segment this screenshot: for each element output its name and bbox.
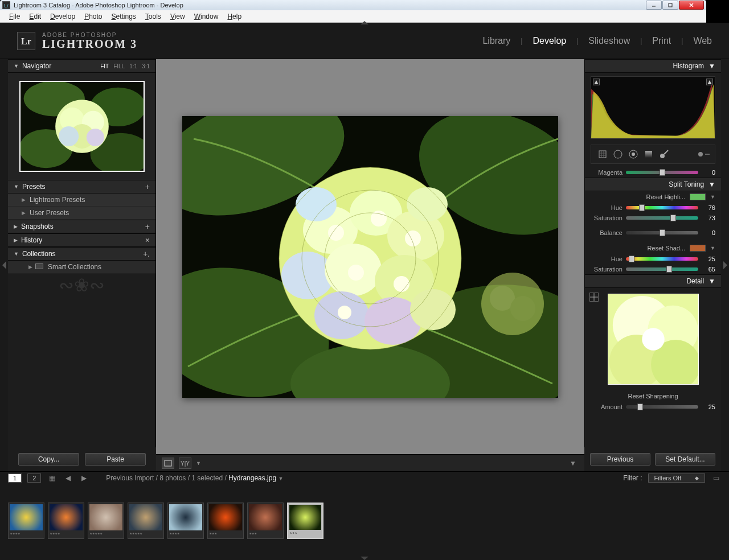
zoom-1-1[interactable]: 1:1 <box>129 63 137 69</box>
copy-button[interactable]: Copy... <box>18 453 79 466</box>
filter-dropdown[interactable]: Filters Off◆ <box>648 473 705 483</box>
magenta-slider[interactable]: Magenta 0 <box>585 167 706 178</box>
svg-text:Y|Y: Y|Y <box>181 460 190 467</box>
presets-add-icon[interactable]: + <box>145 182 150 191</box>
panel-collapse-left-icon[interactable] <box>0 59 8 471</box>
monitor-1-button[interactable]: 1 <box>8 473 22 483</box>
shadows-hue-slider[interactable]: Hue25 <box>585 254 706 264</box>
tool-disclosure-icon[interactable] <box>697 148 706 160</box>
preset-folder-lightroom[interactable]: ▶Lightroom Presets <box>8 193 155 207</box>
zoom-FILL[interactable]: FILL <box>113 63 125 69</box>
snapshots-header[interactable]: ▶Snapshots + <box>8 220 155 233</box>
identity-line2: LIGHTROOM 3 <box>42 38 137 50</box>
histogram[interactable]: ▲ ▲ <box>591 76 706 139</box>
highlights-hue-slider[interactable]: Hue76 <box>585 203 706 213</box>
highlights-sat-slider[interactable]: Saturation73 <box>585 213 706 223</box>
detail-thumbnail[interactable] <box>608 294 699 385</box>
filmstrip-thumb-7[interactable]: *** <box>287 503 323 539</box>
panel-collapse-top-icon[interactable] <box>361 21 368 24</box>
panel-collapse-bottom-icon[interactable] <box>0 557 706 560</box>
detail-target-icon[interactable] <box>589 293 599 302</box>
window-title: Lightroom 3 Catalog - Adobe Photoshop Li… <box>14 2 183 9</box>
menu-edit[interactable]: Edit <box>24 11 46 22</box>
detail-header[interactable]: Detail▼ <box>585 274 706 288</box>
identity-plate: Lr ADOBE PHOTOSHOP LIGHTROOM 3 <box>17 32 137 50</box>
nav-back-icon[interactable]: ◀ <box>63 473 73 483</box>
paste-button[interactable]: Paste <box>85 453 146 466</box>
thumb-rating: **** <box>168 532 203 538</box>
module-slideshow[interactable]: Slideshow <box>588 36 630 46</box>
collection-smart[interactable]: ▶Smart Collections <box>8 261 155 274</box>
shadows-sub-header[interactable]: Reset Shad... ▼ <box>585 242 706 254</box>
redeye-tool-icon[interactable] <box>627 148 640 160</box>
loupe-view-button[interactable] <box>162 458 174 469</box>
history-clear-icon[interactable]: × <box>145 236 150 245</box>
menu-window[interactable]: Window <box>190 11 223 22</box>
balance-slider[interactable]: Balance0 <box>585 228 706 238</box>
split-toning-header[interactable]: Split Toning▼ <box>585 178 706 191</box>
navigator-thumbnail[interactable] <box>19 81 145 172</box>
filmstrip-thumb-4[interactable]: **** <box>167 503 204 539</box>
window-maximize-button[interactable] <box>662 1 678 10</box>
menu-photo[interactable]: Photo <box>80 11 107 22</box>
set-default-button[interactable]: Set Default... <box>655 453 706 466</box>
crop-tool-icon[interactable] <box>596 148 609 160</box>
window-close-button[interactable] <box>679 1 704 10</box>
histogram-header[interactable]: Histogram▼ <box>585 59 706 73</box>
window-minimize-button[interactable] <box>646 1 662 10</box>
presets-header[interactable]: ▼Presets + <box>8 180 155 193</box>
zoom-3-1[interactable]: 3:1 <box>142 63 150 69</box>
menu-file[interactable]: File <box>5 11 24 22</box>
navigator-header[interactable]: ▼Navigator FITFILL1:13:1 <box>8 59 155 73</box>
spot-removal-icon[interactable] <box>612 148 624 160</box>
monitor-2-button[interactable]: 2 <box>27 473 41 483</box>
adjust-brush-icon[interactable] <box>658 148 670 160</box>
svg-rect-55 <box>645 151 652 158</box>
breadcrumb[interactable]: Previous Import / 8 photos / 1 selected … <box>106 474 283 482</box>
filmstrip: 1 2 ▦ ◀ ▶ Previous Import / 8 photos / 1… <box>0 471 706 560</box>
before-after-button[interactable]: Y|Y <box>179 458 191 469</box>
menu-settings[interactable]: Settings <box>107 11 140 22</box>
grad-filter-icon[interactable] <box>642 148 655 160</box>
sharpening-amount-slider[interactable]: Amount25 <box>585 402 706 412</box>
module-print[interactable]: Print <box>652 36 671 46</box>
menu-tools[interactable]: Tools <box>141 11 166 22</box>
history-header[interactable]: ▶History × <box>8 233 155 247</box>
before-after-menu-icon[interactable]: ▼ <box>196 460 201 466</box>
preset-folder-user[interactable]: ▶User Presets <box>8 207 155 220</box>
svg-rect-47 <box>599 151 606 158</box>
module-library[interactable]: Library <box>482 36 510 46</box>
zoom-FIT[interactable]: FIT <box>100 63 109 69</box>
nav-fwd-icon[interactable]: ▶ <box>79 473 89 483</box>
filmstrip-thumb-5[interactable]: *** <box>207 503 244 539</box>
menu-bar: FileEditDevelopPhotoSettingsToolsViewWin… <box>0 10 706 23</box>
highlights-sub-header[interactable]: Reset Highli... ▼ <box>585 191 706 203</box>
filmstrip-thumb-6[interactable]: *** <box>247 503 284 539</box>
collections-header[interactable]: ▼Collections +. <box>8 247 155 261</box>
previous-button[interactable]: Previous <box>590 453 650 466</box>
main-photo[interactable] <box>182 116 558 398</box>
menu-develop[interactable]: Develop <box>46 11 80 22</box>
svg-point-13 <box>59 126 79 146</box>
menu-view[interactable]: View <box>166 11 190 22</box>
shadows-sat-slider[interactable]: Saturation65 <box>585 264 706 274</box>
svg-point-35 <box>407 187 448 221</box>
module-develop[interactable]: Develop <box>533 36 566 46</box>
toolbar-menu-icon[interactable]: ▼ <box>567 458 579 469</box>
filmstrip-thumb-3[interactable]: ***** <box>128 503 164 539</box>
filmstrip-thumb-1[interactable]: **** <box>48 503 84 539</box>
filmstrip-thumb-0[interactable]: **** <box>8 503 44 539</box>
thumb-rating: ***** <box>88 532 124 538</box>
highlights-swatch[interactable] <box>690 193 706 200</box>
filmstrip-thumb-2[interactable]: ***** <box>88 503 124 539</box>
snapshots-add-icon[interactable]: + <box>145 222 150 231</box>
menu-help[interactable]: Help <box>223 11 246 22</box>
shadows-swatch[interactable] <box>690 245 706 252</box>
collections-add-icon[interactable]: +. <box>143 249 150 258</box>
shadow-clipping-icon[interactable]: ▲ <box>593 79 600 85</box>
module-web[interactable]: Web <box>693 36 706 46</box>
svg-point-38 <box>405 230 421 246</box>
svg-rect-1 <box>669 3 672 7</box>
grid-icon[interactable]: ▦ <box>47 473 57 483</box>
module-picker: Lr ADOBE PHOTOSHOP LIGHTROOM 3 Library|D… <box>0 23 706 59</box>
